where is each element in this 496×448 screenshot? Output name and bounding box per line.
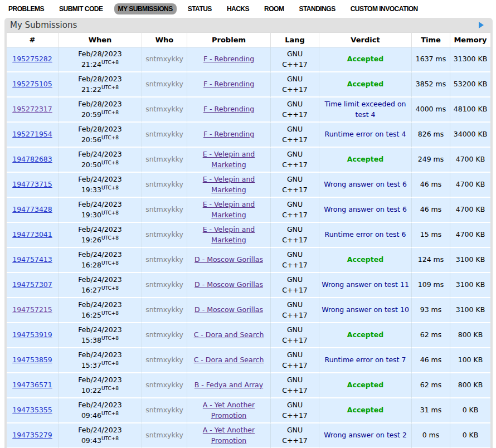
submission-id-link[interactable]: 195275282 [12,55,52,63]
problem-link[interactable]: E - Velepin and Marketing [203,225,255,244]
submission-id-link[interactable]: 194757413 [12,255,52,264]
submission-row: 194757413Feb/24/202316:28UTC+8sntmxykkyD… [7,248,490,273]
submission-date: Feb/24/2023 [78,401,121,409]
verdict-text: Runtime error on test 6 [325,230,406,238]
submission-when: Feb/24/202319:26UTC+8 [59,223,142,248]
submission-date: Feb/28/2023 [78,50,121,58]
submission-id-link[interactable]: 194773041 [12,230,52,238]
submission-id-cell: 194757307 [7,273,59,298]
submission-problem-cell: E - Velepin and Marketing [187,173,271,198]
submission-id-link[interactable]: 194757215 [12,305,52,314]
problem-link[interactable]: D - Moscow Gorillas [194,255,263,264]
submission-clock: 09:46 [81,411,101,420]
submission-problem-cell: A - Yet Another Promotion [187,423,271,448]
submission-id-link[interactable]: 194753919 [12,330,52,339]
problem-link[interactable]: F - Rebrending [203,105,254,113]
submission-clock: 19:26 [81,236,101,244]
submission-verdict-cell: Accepted [319,47,412,72]
submission-when: Feb/28/202320:56UTC+8 [59,123,142,148]
submission-memory: 3100 KB [450,298,490,323]
submission-date: Feb/24/2023 [78,300,121,309]
submission-memory: 0 KB [450,423,490,448]
submission-when: Feb/28/202321:22UTC+8 [59,72,142,98]
submission-row: 195272317Feb/28/202320:59UTC+8sntmxykkyF… [7,98,490,123]
contest-nav: ProblemsSubmit CodeMy SubmissionsStatusH… [0,0,496,17]
timezone-label: UTC+8 [101,361,119,366]
submission-id-link[interactable]: 195271954 [12,130,52,138]
column-header-problem: Problem [187,32,271,47]
verdict-text: Wrong answer on test 11 [322,280,409,289]
submission-date: Feb/24/2023 [78,426,121,434]
submission-lang: GNUC++17 [271,98,319,123]
submission-id-link[interactable]: 194753859 [12,356,52,364]
submission-exec-time: 46 ms [412,348,450,373]
submission-id-link[interactable]: 194735355 [12,406,52,414]
problem-link[interactable]: B - Fedya and Array [194,381,263,389]
submission-exec-time: 109 ms [412,273,450,298]
submission-author: sntmxykky [142,72,187,98]
submission-when: Feb/28/202320:59UTC+8 [59,98,142,123]
verdict-text: Runtime error on test 7 [325,356,406,364]
submission-author: sntmxykky [142,373,187,398]
submission-id-cell: 194757215 [7,298,59,323]
submission-when: Feb/24/202309:46UTC+8 [59,398,142,423]
submission-id-link[interactable]: 195272317 [12,105,52,113]
submission-id-link[interactable]: 194773428 [12,205,52,213]
nav-item-standings[interactable]: Standings [295,3,339,14]
submission-verdict-cell: Accepted [319,323,412,348]
verdict-text: Accepted [347,255,383,264]
submission-author: sntmxykky [142,273,187,298]
problem-link[interactable]: C - Dora and Search [194,356,264,364]
submission-date: Feb/24/2023 [78,350,121,359]
submission-id-link[interactable]: 194736571 [12,381,52,389]
nav-item-problems[interactable]: Problems [4,3,48,14]
submission-memory: 53200 KB [450,72,490,98]
verdict-text: Accepted [347,55,383,63]
problem-link[interactable]: D - Moscow Gorillas [194,280,263,289]
nav-item-my-submissions[interactable]: My Submissions [114,3,177,14]
problem-link[interactable]: E - Velepin and Marketing [203,150,255,168]
submission-row: 195275105Feb/28/202321:22UTC+8sntmxykkyF… [7,72,490,98]
author-handle: sntmxykky [145,255,183,264]
submission-exec-time: 249 ms [412,148,450,173]
problem-link[interactable]: F - Rebrending [203,55,254,63]
submission-memory: 100 KB [450,348,490,373]
problem-link[interactable]: A - Yet Another Promotion [203,426,255,444]
submission-id-link[interactable]: 194735279 [12,431,52,439]
submission-id-cell: 195272317 [7,98,59,123]
author-handle: sntmxykky [145,155,183,163]
problem-link[interactable]: F - Rebrending [203,130,254,138]
submission-exec-time: 1637 ms [412,47,450,72]
submission-memory: 800 KB [450,323,490,348]
submission-id-link[interactable]: 194757307 [12,280,52,289]
submission-id-link[interactable]: 195275105 [12,80,52,88]
submission-lang: GNUC++17 [271,348,319,373]
problem-link[interactable]: D - Moscow Gorillas [194,305,263,314]
problem-link[interactable]: E - Velepin and Marketing [203,175,255,193]
submission-id-link[interactable]: 194782683 [12,155,52,163]
verdict-text: Runtime error on test 4 [325,130,406,138]
submission-id-link[interactable]: 194773715 [12,180,52,188]
submission-exec-time: 15 ms [412,223,450,248]
column-header-id: # [7,32,59,47]
problem-link[interactable]: C - Dora and Search [194,330,264,339]
nav-item-room[interactable]: Room [260,3,288,14]
submission-row: 194773715Feb/24/202319:33UTC+8sntmxykkyE… [7,173,490,198]
submission-author: sntmxykky [142,173,187,198]
nav-item-submit-code[interactable]: Submit Code [55,3,107,14]
nav-item-custom-invocation[interactable]: Custom Invocation [347,3,422,14]
expand-right-arrow-icon[interactable] [479,22,484,28]
submission-lang: GNUC++17 [271,423,319,448]
nav-item-status[interactable]: Status [184,3,216,14]
problem-link[interactable]: A - Yet Another Promotion [203,401,255,419]
problem-link[interactable]: F - Rebrending [203,80,254,88]
nav-item-hacks[interactable]: Hacks [223,3,253,14]
submission-clock: 16:28 [81,261,101,269]
submission-lang: GNUC++17 [271,173,319,198]
submission-lang: GNUC++17 [271,398,319,423]
submission-row: 194736571Feb/24/202310:22UTC+8sntmxykkyB… [7,373,490,398]
panel-title: My Submissions [10,20,77,30]
problem-link[interactable]: E - Velepin and Marketing [203,200,255,218]
submission-verdict-cell: Accepted [319,248,412,273]
submission-date: Feb/24/2023 [78,225,121,233]
